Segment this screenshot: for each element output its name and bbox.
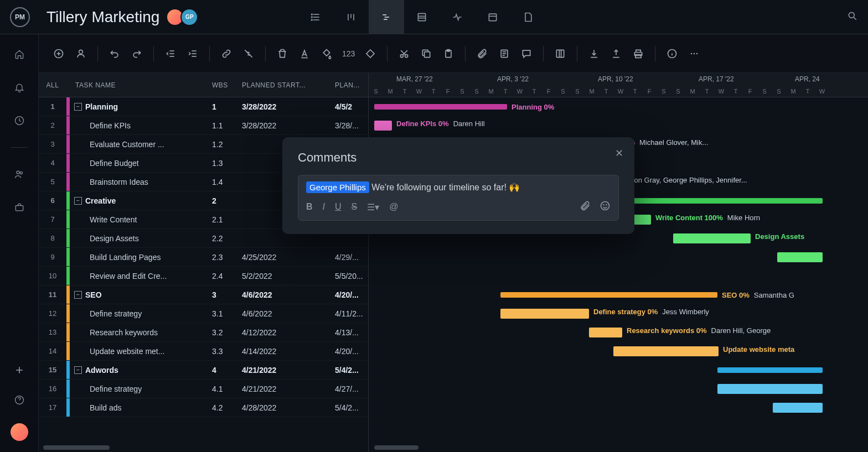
member-avatar-2[interactable]: GP	[180, 8, 198, 26]
collapse-toggle[interactable]: −	[74, 291, 82, 299]
mention-chip[interactable]: George Phillips	[306, 181, 369, 193]
gantt-bar[interactable]	[717, 367, 823, 373]
gantt-scrollbar[interactable]	[374, 445, 418, 450]
gantt-bar[interactable]: SEO 0%Samantha G	[500, 292, 717, 298]
task-name-cell[interactable]: Define strategy	[70, 385, 212, 393]
task-name-cell[interactable]: Build Landing Pages	[70, 253, 212, 262]
indent-icon[interactable]	[184, 45, 202, 63]
task-name-cell[interactable]: Write Content	[70, 215, 212, 224]
home-icon[interactable]	[13, 48, 26, 61]
view-list-icon[interactable]	[298, 0, 333, 34]
paste-icon[interactable]	[440, 45, 457, 63]
gantt-bar[interactable]: Research keywords 0%Daren Hill, George	[589, 328, 622, 337]
task-name-cell[interactable]: Brainstorm Ideas	[70, 178, 212, 186]
task-row[interactable]: 11 −SEO 3 4/6/2022 4/20/...	[39, 285, 368, 304]
copy-icon[interactable]	[417, 45, 435, 63]
task-name-cell[interactable]: Design Assets	[70, 234, 212, 243]
col-task-name[interactable]: TASK NAME	[70, 81, 212, 89]
help-icon[interactable]	[13, 393, 26, 407]
task-name-cell[interactable]: Build ads	[70, 403, 212, 412]
col-wbs[interactable]: WBS	[212, 81, 242, 89]
cut-icon[interactable]	[395, 45, 413, 63]
task-row[interactable]: 14 Update website met... 3.3 4/14/2022 4…	[39, 342, 368, 361]
collapse-toggle[interactable]: −	[74, 366, 82, 374]
fill-icon[interactable]	[318, 45, 335, 63]
plus-icon[interactable]	[13, 363, 26, 377]
task-row[interactable]: 15 −Adwords 4 4/21/2022 5/4/2...	[39, 361, 368, 380]
task-row[interactable]: 10 Review and Edit Cre... 2.4 5/2/2022 5…	[39, 267, 368, 285]
search-icon[interactable]	[847, 11, 858, 24]
gantt-bar[interactable]: Update website meta	[613, 346, 719, 356]
col-all[interactable]: ALL	[39, 81, 66, 89]
emoji-icon[interactable]	[600, 200, 611, 214]
task-name-cell[interactable]: Research keywords	[70, 328, 212, 337]
collapse-toggle[interactable]: −	[74, 197, 82, 205]
task-name-cell[interactable]: Evaluate Customer ...	[70, 140, 212, 149]
numeric-label[interactable]: 123	[340, 49, 357, 58]
view-file-icon[interactable]	[510, 0, 546, 34]
clock-icon[interactable]	[13, 114, 26, 127]
link-icon[interactable]	[218, 45, 235, 63]
more-icon[interactable]	[685, 45, 703, 63]
task-name-cell[interactable]: Update website met...	[70, 347, 212, 356]
unlink-icon[interactable]	[240, 45, 257, 63]
attachment-icon[interactable]	[580, 200, 591, 214]
strike-icon[interactable]: S	[352, 202, 358, 212]
delete-icon[interactable]	[273, 45, 291, 63]
import-icon[interactable]	[585, 45, 603, 63]
gantt-bar[interactable]	[777, 252, 823, 262]
task-name-cell[interactable]: −Creative	[70, 196, 212, 205]
redo-icon[interactable]	[128, 45, 146, 63]
bold-icon[interactable]: B	[306, 202, 313, 212]
app-logo[interactable]: PM	[10, 7, 30, 27]
attach-icon[interactable]	[473, 45, 491, 63]
export-icon[interactable]	[607, 45, 625, 63]
gantt-bar[interactable]	[717, 384, 823, 394]
user-avatar[interactable]	[11, 423, 28, 441]
gantt-bar[interactable]	[773, 403, 823, 413]
print-icon[interactable]	[629, 45, 647, 63]
view-gantt-icon[interactable]	[369, 0, 404, 34]
view-board-icon[interactable]	[333, 0, 369, 34]
horizontal-scrollbar[interactable]	[43, 445, 110, 450]
list-icon[interactable]: ☰▾	[367, 202, 379, 212]
gantt-bar[interactable]: Define strategy 0%Jess Wimberly	[500, 309, 589, 319]
task-name-cell[interactable]: Define Budget	[70, 159, 212, 168]
view-activity-icon[interactable]	[440, 0, 475, 34]
task-row[interactable]: 13 Research keywords 3.2 4/12/2022 4/13/…	[39, 323, 368, 342]
columns-icon[interactable]	[551, 45, 569, 63]
add-task-icon[interactable]	[50, 45, 68, 63]
task-row[interactable]: 2 Define KPIs 1.1 3/28/2022 3/28/...	[39, 116, 368, 135]
task-name-cell[interactable]: Define strategy	[70, 309, 212, 318]
assign-icon[interactable]	[72, 45, 90, 63]
bell-icon[interactable]	[13, 81, 26, 94]
gantt-bar[interactable]: Define KPIs 0%Daren Hill	[374, 121, 392, 131]
task-name-cell[interactable]: Define KPIs	[70, 121, 212, 130]
comment-text-content[interactable]: George Phillips We're following our time…	[306, 182, 611, 193]
view-sheet-icon[interactable]	[404, 0, 440, 34]
task-row[interactable]: 17 Build ads 4.2 4/28/2022 5/4/2...	[39, 398, 368, 417]
task-name-cell[interactable]: Review and Edit Cre...	[70, 272, 212, 280]
task-row[interactable]: 1 −Planning 1 3/28/2022 4/5/2	[39, 97, 368, 116]
task-row[interactable]: 12 Define strategy 3.1 4/6/2022 4/11/2..…	[39, 304, 368, 323]
milestone-icon[interactable]	[361, 45, 379, 63]
team-icon[interactable]	[13, 168, 26, 181]
italic-icon[interactable]: I	[323, 202, 325, 212]
gantt-bar[interactable]: Design Assets	[673, 233, 751, 243]
view-calendar-icon[interactable]	[475, 0, 510, 34]
task-name-cell[interactable]: −Planning	[70, 102, 212, 111]
briefcase-icon[interactable]	[13, 201, 26, 214]
task-name-cell[interactable]: −SEO	[70, 290, 212, 299]
task-row[interactable]: 16 Define strategy 4.1 4/21/2022 4/27/..…	[39, 380, 368, 398]
collapse-toggle[interactable]: −	[74, 103, 82, 111]
info-icon[interactable]	[663, 45, 681, 63]
col-planned-start[interactable]: PLANNED START...	[242, 81, 335, 89]
comment-input[interactable]: George Phillips We're following our time…	[298, 175, 619, 221]
text-color-icon[interactable]	[296, 45, 313, 63]
col-planned-end[interactable]: PLAN...	[335, 81, 368, 89]
underline-icon[interactable]: U	[335, 202, 342, 212]
comment-icon[interactable]	[518, 45, 535, 63]
task-row[interactable]: 9 Build Landing Pages 2.3 4/25/2022 4/29…	[39, 248, 368, 267]
gantt-chart[interactable]: MAR, 27 '22APR, 3 '22APR, 10 '22APR, 17 …	[369, 73, 868, 452]
mention-icon[interactable]: @	[389, 202, 398, 212]
